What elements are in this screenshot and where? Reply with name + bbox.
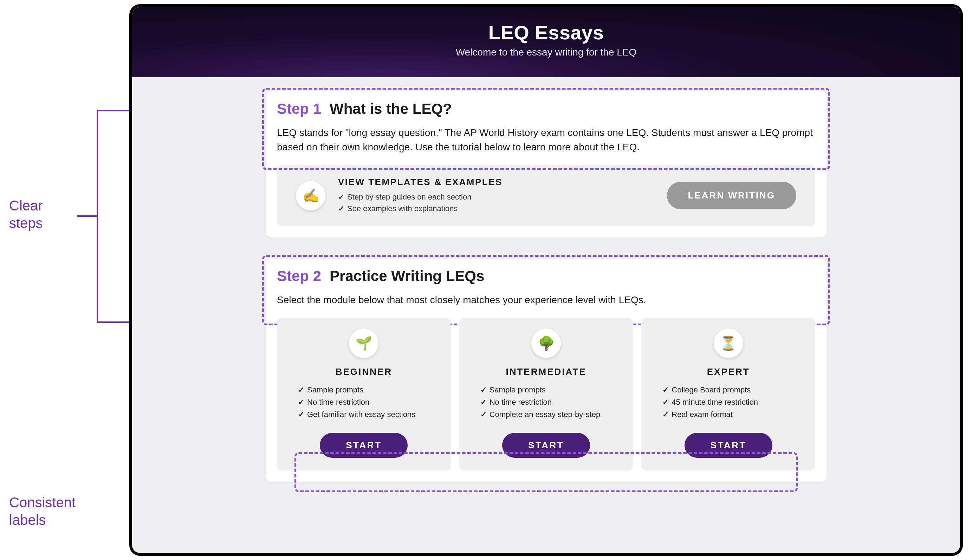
module-bullet: Sample prompts <box>480 383 623 396</box>
module-bullet: No time restriction <box>298 396 440 408</box>
learn-writing-button[interactable]: LEARN WRITING <box>667 182 796 209</box>
step2-heading: Step 2 Practice Writing LEQs <box>277 268 815 285</box>
module-intermediate: 🌳 INTERMEDIATE Sample prompts No time re… <box>459 318 633 470</box>
annotation-consistent-labels: Consistent labels <box>9 493 75 529</box>
module-bullet: Complete an essay step-by-step <box>480 408 623 420</box>
connector-line <box>77 215 97 217</box>
step1-label: Step 1 <box>277 100 321 117</box>
module-expert: ⏳ EXPERT College Board prompts 45 minute… <box>641 318 815 470</box>
step2-description: Select the module below that most closel… <box>277 293 815 307</box>
annotation-text: steps <box>9 215 43 231</box>
annotation-text: Consistent <box>9 495 75 510</box>
hourglass-icon: ⏳ <box>714 328 743 358</box>
connector-line <box>97 110 98 323</box>
step1-heading: Step 1 What is the LEQ? <box>277 100 815 117</box>
module-bullet: Real exam format <box>662 408 805 420</box>
module-bullet: Get familiar with essay sections <box>298 408 440 420</box>
module-bullet: Sample prompts <box>298 383 440 396</box>
module-bullet: College Board prompts <box>662 383 805 396</box>
module-title: BEGINNER <box>335 367 392 377</box>
step1-description: LEQ stands for "long essay question." Th… <box>277 126 815 154</box>
app-header: LEQ Essays Welcome to the essay writing … <box>132 7 960 77</box>
step1-title: What is the LEQ? <box>330 100 452 117</box>
module-bullets: Sample prompts No time restriction Compl… <box>470 383 623 422</box>
step2-card: Step 2 Practice Writing LEQs Select the … <box>266 258 827 482</box>
seedling-icon: 🌱 <box>349 328 378 358</box>
promo-text: VIEW TEMPLATES & EXAMPLES Step by step g… <box>338 177 502 214</box>
promo-left: ✍️ VIEW TEMPLATES & EXAMPLES Step by ste… <box>296 177 502 214</box>
annotation-clear-steps: Clear steps <box>9 197 43 232</box>
page-title: LEQ Essays <box>132 21 960 44</box>
step1-card: Step 1 What is the LEQ? LEQ stands for "… <box>266 91 827 237</box>
content-area: Step 1 What is the LEQ? LEQ stands for "… <box>132 77 960 482</box>
tree-icon: 🌳 <box>531 328 561 358</box>
highlight-box-step2 <box>262 255 830 325</box>
module-bullet: No time restriction <box>480 396 623 408</box>
promo-title: VIEW TEMPLATES & EXAMPLES <box>338 177 502 188</box>
start-button-beginner[interactable]: START <box>320 433 408 458</box>
promo-bullets: Step by step guides on each section See … <box>338 191 502 214</box>
module-title: EXPERT <box>707 367 750 377</box>
app-frame: LEQ Essays Welcome to the essay writing … <box>129 4 963 556</box>
promo-bullet: Step by step guides on each section <box>338 191 502 203</box>
step2-label: Step 2 <box>277 268 321 285</box>
module-bullets: Sample prompts No time restriction Get f… <box>287 383 440 422</box>
start-button-expert[interactable]: START <box>685 433 772 458</box>
page-subtitle: Welcome to the essay writing for the LEQ <box>132 47 960 58</box>
templates-promo: ✍️ VIEW TEMPLATES & EXAMPLES Step by ste… <box>277 165 815 226</box>
promo-bullet: See examples with explanations <box>338 203 502 214</box>
modules-row: 🌱 BEGINNER Sample prompts No time restri… <box>277 318 815 470</box>
module-beginner: 🌱 BEGINNER Sample prompts No time restri… <box>277 318 451 470</box>
step2-title: Practice Writing LEQs <box>330 268 484 285</box>
writing-hand-icon: ✍️ <box>296 181 325 210</box>
start-button-intermediate[interactable]: START <box>502 433 590 458</box>
module-bullet: 45 minute time restriction <box>662 396 805 408</box>
annotation-text: Clear <box>9 198 43 213</box>
module-bullets: College Board prompts 45 minute time res… <box>652 383 805 422</box>
annotation-text: labels <box>9 512 46 528</box>
module-title: INTERMEDIATE <box>506 367 586 377</box>
